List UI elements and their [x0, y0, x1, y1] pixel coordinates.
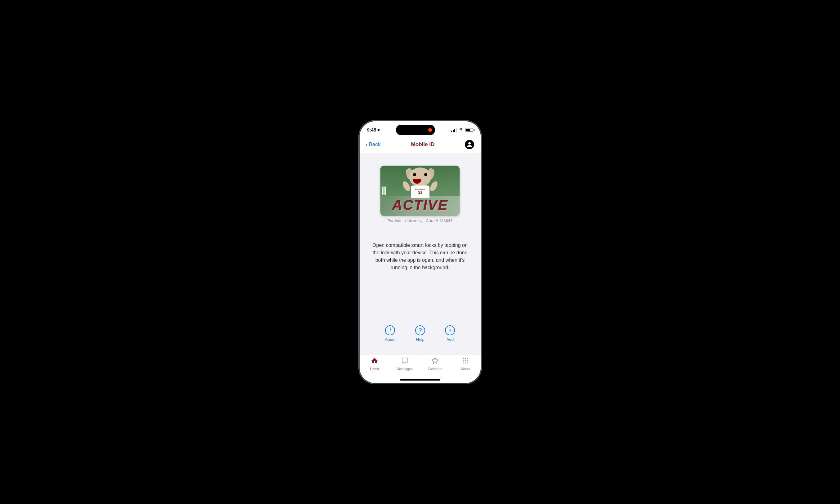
profile-button[interactable] — [465, 140, 474, 149]
messages-icon — [401, 357, 409, 366]
pause-bar-1 — [382, 186, 383, 195]
help-button[interactable]: ? Help — [415, 325, 425, 342]
messages-tab-label: Messages — [397, 367, 413, 371]
help-label: Help — [416, 337, 425, 342]
home-icon — [371, 357, 378, 366]
active-text: ACTIVE — [380, 198, 460, 212]
svg-point-2 — [463, 358, 464, 359]
back-label: Back — [369, 141, 381, 148]
jersey-university: Fordham — [415, 188, 425, 191]
status-time: 9:45 ▶ — [367, 127, 380, 132]
recording-dot — [428, 128, 432, 132]
svg-point-9 — [465, 362, 466, 363]
home-bar — [400, 379, 440, 381]
bar2 — [453, 130, 454, 132]
svg-point-8 — [463, 362, 464, 363]
svg-point-3 — [465, 358, 466, 359]
svg-point-10 — [467, 362, 468, 363]
card-label: Fordham University : Card # 148645 — [388, 218, 453, 223]
bar4 — [456, 128, 457, 132]
back-chevron-icon: ‹ — [366, 142, 368, 147]
pause-bars-icon — [382, 186, 386, 195]
battery-fill — [466, 129, 470, 131]
tab-messages[interactable]: Messages — [390, 357, 420, 371]
mascot-head — [409, 167, 431, 186]
svg-point-6 — [465, 360, 466, 361]
main-content: Fordham 33 ACTIVE Fordham University — [360, 153, 481, 354]
action-buttons: i About ? Help + Add — [366, 319, 475, 348]
battery-icon — [465, 128, 473, 132]
svg-marker-1 — [432, 358, 438, 363]
mascot-eye-left — [413, 173, 416, 176]
about-button[interactable]: i About — [385, 325, 396, 342]
tab-menu[interactable]: Menu — [450, 357, 481, 371]
id-card[interactable]: Fordham 33 ACTIVE — [380, 166, 460, 216]
tab-home[interactable]: Home — [360, 357, 390, 371]
active-overlay: ACTIVE — [380, 198, 460, 212]
jersey-number: 33 — [418, 191, 422, 195]
about-label: About — [385, 337, 396, 342]
svg-point-7 — [467, 360, 468, 361]
mascot-figure: Fordham 33 — [406, 167, 434, 198]
dynamic-island — [396, 125, 435, 135]
status-bar: 9:45 ▶ — [360, 121, 481, 137]
id-card-container: Fordham 33 ACTIVE Fordham University — [380, 166, 460, 223]
favorites-icon — [431, 357, 439, 366]
add-button[interactable]: + Add — [445, 325, 455, 342]
status-icons — [451, 127, 473, 132]
tab-favorites[interactable]: Favorites — [420, 357, 450, 371]
bar1 — [451, 130, 452, 132]
navigation-bar: ‹ Back Mobile ID — [360, 137, 481, 153]
mascot-jersey: Fordham 33 — [411, 185, 429, 198]
home-indicator — [360, 377, 481, 383]
svg-point-4 — [467, 358, 468, 359]
location-arrow-icon: ▶ — [378, 128, 380, 132]
add-icon: + — [445, 325, 455, 335]
pause-bar-2 — [384, 186, 386, 195]
description-text: Open compatible smart locks by tapping o… — [366, 241, 475, 271]
add-label: Add — [447, 337, 454, 342]
menu-tab-label: Menu — [461, 367, 470, 371]
about-icon: i — [385, 325, 395, 335]
menu-icon — [462, 357, 469, 366]
mascot-eye-right — [424, 173, 427, 176]
home-tab-label: Home — [370, 367, 379, 371]
bar3 — [454, 129, 455, 132]
svg-point-0 — [461, 130, 461, 131]
favorites-tab-label: Favorites — [428, 367, 442, 371]
help-icon: ? — [415, 325, 425, 335]
signal-bars-icon — [451, 128, 457, 132]
page-title: Mobile ID — [411, 141, 435, 148]
tab-bar: Home Messages Favorites — [360, 354, 481, 377]
phone-frame: 9:45 ▶ — [360, 121, 481, 383]
time-display: 9:45 — [367, 127, 376, 132]
back-button[interactable]: ‹ Back — [366, 141, 381, 148]
svg-point-5 — [463, 360, 464, 361]
wifi-icon — [459, 127, 464, 132]
